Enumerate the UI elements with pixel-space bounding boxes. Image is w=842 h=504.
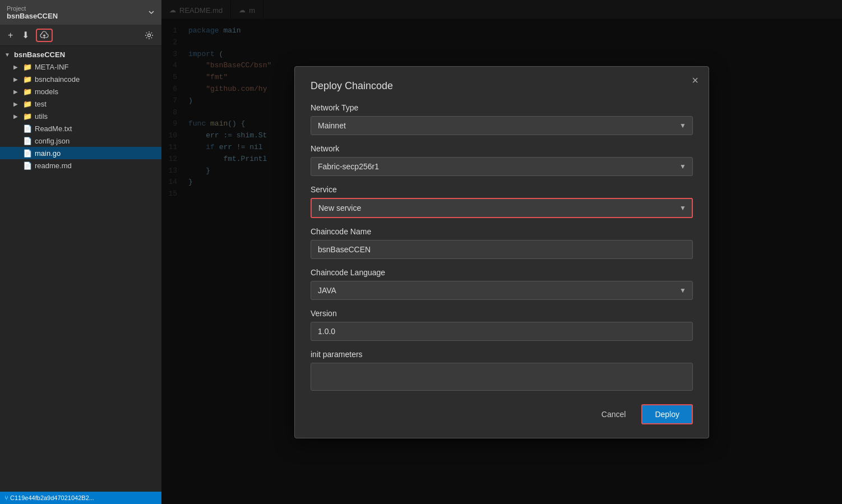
tree-item-utils[interactable]: ▶ 📁 utils: [0, 110, 161, 122]
cancel-button[interactable]: Cancel: [593, 405, 635, 423]
sidebar-header-right: [148, 9, 155, 16]
sidebar: Project bsnBaseCCEN + ⬇ ▼ bsnBaseCCEN: [0, 0, 161, 504]
network-select-wrapper: Fabric-secp256r1 ▼: [311, 157, 693, 176]
service-select-wrapper: New service ▼: [311, 198, 693, 218]
modal-close-button[interactable]: ×: [692, 75, 698, 86]
chaincode-name-group: Chaincode Name: [311, 227, 693, 259]
init-params-label: init parameters: [311, 350, 693, 359]
item-label: models: [35, 87, 58, 96]
item-label: ReadMe.txt: [35, 124, 72, 133]
item-label: readme.md: [35, 161, 72, 170]
sidebar-toolbar: + ⬇: [0, 25, 161, 46]
deploy-chaincode-modal: Deploy Chaincode × Network Type Mainnet …: [294, 66, 709, 438]
tree-item-readme-txt[interactable]: ▶ 📄 ReadMe.txt: [0, 122, 161, 135]
tree-root[interactable]: ▼ bsnBaseCCEN: [0, 48, 161, 61]
version-label: Version: [311, 309, 693, 318]
item-label: main.go: [35, 149, 61, 158]
chaincode-language-select-wrapper: JAVA Go Node ▼: [311, 281, 693, 300]
project-label: Project: [7, 5, 58, 12]
tree-item-bsnchaincode[interactable]: ▶ 📁 bsnchaincode: [0, 73, 161, 85]
chaincode-language-label: Chaincode Language: [311, 268, 693, 277]
chevron-down-icon: [148, 9, 155, 16]
tree-item-readme-md[interactable]: ▶ 📄 readme.md: [0, 159, 161, 172]
tree-item-config-json[interactable]: ▶ 📄 config.json: [0, 135, 161, 147]
network-type-select[interactable]: Mainnet Testnet: [311, 116, 693, 135]
svg-point-0: [148, 34, 151, 36]
arrow-icon: ▶: [13, 89, 20, 95]
sidebar-project-info: Project bsnBaseCCEN: [7, 5, 58, 20]
file-icon: 📄: [23, 137, 32, 145]
version-input[interactable]: [311, 322, 693, 341]
chaincode-language-group: Chaincode Language JAVA Go Node ▼: [311, 268, 693, 300]
tree-item-meta-inf[interactable]: ▶ 📁 META-INF: [0, 61, 161, 73]
git-status-text: ⑂ C119e44fb2a9d47021042B2...: [4, 494, 94, 501]
item-label: bsnchaincode: [35, 75, 80, 84]
item-label: META-INF: [35, 63, 68, 71]
gear-icon: [145, 31, 154, 40]
network-type-label: Network Type: [311, 103, 693, 112]
arrow-icon: ▶: [13, 76, 20, 82]
cloud-upload-icon: [39, 31, 49, 40]
service-select[interactable]: New service: [311, 198, 693, 218]
init-params-textarea[interactable]: [311, 363, 693, 391]
network-group: Network Fabric-secp256r1 ▼: [311, 144, 693, 176]
deploy-button[interactable]: Deploy: [641, 404, 693, 424]
tree-item-models[interactable]: ▶ 📁 models: [0, 85, 161, 98]
editor-area: ☁ README.md ☁ m 123456789101112131415 pa…: [161, 0, 842, 504]
folder-icon: 📁: [23, 63, 32, 71]
tree-item-main-go[interactable]: ▶ 📄 main.go: [0, 147, 161, 159]
folder-icon: 📁: [23, 112, 32, 121]
chaincode-name-label: Chaincode Name: [311, 227, 693, 236]
network-type-select-wrapper: Mainnet Testnet ▼: [311, 116, 693, 135]
network-select[interactable]: Fabric-secp256r1: [311, 157, 693, 176]
network-type-group: Network Type Mainnet Testnet ▼: [311, 103, 693, 135]
project-name: bsnBaseCCEN: [7, 12, 58, 20]
root-label: bsnBaseCCEN: [14, 50, 65, 59]
file-icon: 📄: [23, 149, 32, 158]
arrow-icon: ▶: [13, 64, 20, 70]
modal-overlay: Deploy Chaincode × Network Type Mainnet …: [161, 0, 842, 504]
folder-icon: 📁: [23, 100, 32, 108]
modal-footer: Cancel Deploy: [311, 404, 693, 424]
settings-button[interactable]: [142, 30, 156, 41]
folder-icon: 📁: [23, 87, 32, 96]
item-label: test: [35, 100, 47, 108]
init-params-group: init parameters: [311, 350, 693, 393]
arrow-icon: ▼: [4, 52, 11, 58]
folder-icon: 📁: [23, 75, 32, 84]
service-group: Service New service ▼: [311, 185, 693, 218]
download-button[interactable]: ⬇: [20, 29, 31, 41]
arrow-icon: ▶: [13, 113, 20, 119]
item-label: config.json: [35, 137, 70, 145]
file-icon: 📄: [23, 124, 32, 133]
tree-item-test[interactable]: ▶ 📁 test: [0, 98, 161, 110]
chaincode-name-input[interactable]: [311, 240, 693, 259]
service-label: Service: [311, 185, 693, 194]
git-status-bar: ⑂ C119e44fb2a9d47021042B2...: [0, 492, 161, 504]
file-tree: ▼ bsnBaseCCEN ▶ 📁 META-INF ▶ 📁 bsnchainc…: [0, 46, 161, 492]
arrow-icon: ▶: [13, 101, 20, 107]
modal-title: Deploy Chaincode: [311, 80, 693, 92]
version-group: Version: [311, 309, 693, 341]
sidebar-header: Project bsnBaseCCEN: [0, 0, 161, 25]
add-button[interactable]: +: [6, 29, 15, 41]
file-icon: 📄: [23, 161, 32, 170]
deploy-cloud-button[interactable]: [36, 29, 53, 42]
network-label: Network: [311, 144, 693, 153]
item-label: utils: [35, 112, 48, 121]
chaincode-language-select[interactable]: JAVA Go Node: [311, 281, 693, 300]
